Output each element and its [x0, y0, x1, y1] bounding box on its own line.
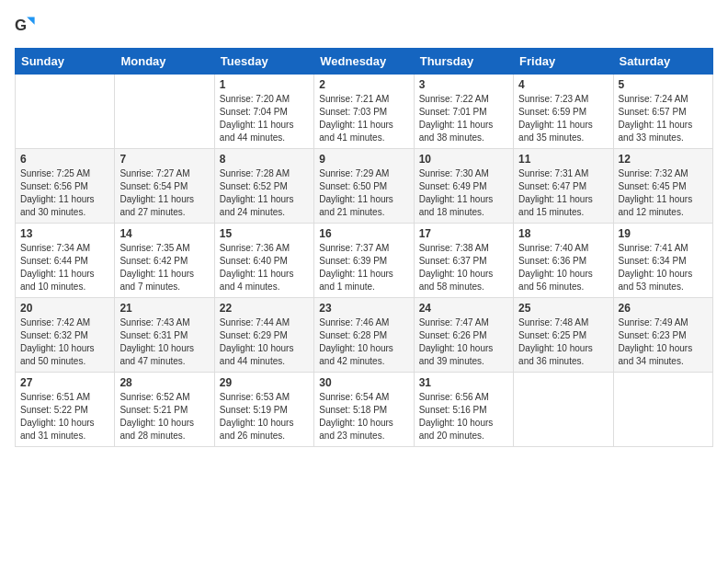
day-info: Sunrise: 6:56 AM Sunset: 5:16 PM Dayligh…	[419, 391, 508, 442]
day-info: Sunrise: 7:36 AM Sunset: 6:40 PM Dayligh…	[220, 242, 309, 293]
day-number: 11	[518, 153, 608, 166]
day-info: Sunrise: 7:35 AM Sunset: 6:42 PM Dayligh…	[119, 242, 209, 293]
calendar-week-row: 13Sunrise: 7:34 AM Sunset: 6:44 PM Dayli…	[16, 224, 713, 298]
calendar-week-row: 27Sunrise: 6:51 AM Sunset: 5:22 PM Dayli…	[16, 373, 713, 447]
day-number: 19	[619, 227, 708, 240]
calendar-cell: 22Sunrise: 7:44 AM Sunset: 6:29 PM Dayli…	[214, 298, 313, 373]
logo-icon: G	[15, 15, 37, 37]
day-number: 27	[20, 376, 109, 389]
day-number: 29	[220, 376, 309, 389]
day-info: Sunrise: 7:21 AM Sunset: 7:03 PM Dayligh…	[319, 93, 408, 144]
day-info: Sunrise: 6:53 AM Sunset: 5:19 PM Dayligh…	[220, 391, 309, 442]
day-number: 14	[119, 227, 209, 240]
day-number: 18	[518, 227, 608, 240]
calendar-week-row: 20Sunrise: 7:42 AM Sunset: 6:32 PM Dayli…	[16, 298, 713, 373]
day-number: 10	[419, 153, 508, 166]
calendar-cell: 24Sunrise: 7:47 AM Sunset: 6:26 PM Dayli…	[414, 298, 513, 373]
day-number: 2	[319, 78, 408, 91]
calendar-week-row: 6Sunrise: 7:25 AM Sunset: 6:56 PM Daylig…	[16, 149, 713, 224]
calendar-cell: 13Sunrise: 7:34 AM Sunset: 6:44 PM Dayli…	[16, 224, 115, 298]
day-number: 25	[518, 302, 608, 315]
calendar-cell: 25Sunrise: 7:48 AM Sunset: 6:25 PM Dayli…	[514, 298, 613, 373]
day-number: 3	[419, 78, 508, 91]
day-number: 15	[220, 227, 309, 240]
calendar-cell: 6Sunrise: 7:25 AM Sunset: 6:56 PM Daylig…	[16, 149, 115, 224]
calendar-cell: 7Sunrise: 7:27 AM Sunset: 6:54 PM Daylig…	[115, 149, 214, 224]
day-number: 5	[619, 78, 708, 91]
day-info: Sunrise: 7:40 AM Sunset: 6:36 PM Dayligh…	[518, 242, 608, 293]
calendar-cell: 31Sunrise: 6:56 AM Sunset: 5:16 PM Dayli…	[414, 373, 513, 447]
day-info: Sunrise: 7:49 AM Sunset: 6:23 PM Dayligh…	[619, 316, 708, 368]
svg-marker-1	[27, 17, 34, 24]
calendar-cell: 11Sunrise: 7:31 AM Sunset: 6:47 PM Dayli…	[514, 149, 613, 224]
day-number: 16	[319, 227, 408, 240]
calendar-cell: 3Sunrise: 7:22 AM Sunset: 7:01 PM Daylig…	[414, 75, 513, 149]
day-info: Sunrise: 7:25 AM Sunset: 6:56 PM Dayligh…	[20, 167, 109, 219]
calendar-cell: 9Sunrise: 7:29 AM Sunset: 6:50 PM Daylig…	[314, 149, 414, 224]
day-number: 22	[220, 302, 309, 315]
day-number: 23	[319, 302, 408, 315]
calendar-cell: 17Sunrise: 7:38 AM Sunset: 6:37 PM Dayli…	[414, 224, 513, 298]
calendar-cell: 19Sunrise: 7:41 AM Sunset: 6:34 PM Dayli…	[613, 224, 712, 298]
logo: G	[15, 15, 40, 37]
calendar-cell: 29Sunrise: 6:53 AM Sunset: 5:19 PM Dayli…	[214, 373, 313, 447]
day-info: Sunrise: 7:32 AM Sunset: 6:45 PM Dayligh…	[619, 167, 708, 219]
calendar-cell: 12Sunrise: 7:32 AM Sunset: 6:45 PM Dayli…	[613, 149, 712, 224]
day-info: Sunrise: 7:31 AM Sunset: 6:47 PM Dayligh…	[518, 167, 608, 219]
weekday-header: Friday	[514, 49, 613, 75]
calendar-header: SundayMondayTuesdayWednesdayThursdayFrid…	[16, 49, 713, 75]
calendar-cell: 27Sunrise: 6:51 AM Sunset: 5:22 PM Dayli…	[16, 373, 115, 447]
day-info: Sunrise: 7:24 AM Sunset: 6:57 PM Dayligh…	[619, 93, 708, 144]
day-number: 26	[619, 302, 708, 315]
day-info: Sunrise: 7:43 AM Sunset: 6:31 PM Dayligh…	[119, 316, 209, 368]
day-info: Sunrise: 7:47 AM Sunset: 6:26 PM Dayligh…	[419, 316, 508, 368]
calendar-cell	[115, 75, 214, 149]
calendar-cell: 18Sunrise: 7:40 AM Sunset: 6:36 PM Dayli…	[514, 224, 613, 298]
day-number: 31	[419, 376, 508, 389]
calendar-cell: 28Sunrise: 6:52 AM Sunset: 5:21 PM Dayli…	[115, 373, 214, 447]
day-info: Sunrise: 7:22 AM Sunset: 7:01 PM Dayligh…	[419, 93, 508, 144]
day-number: 21	[119, 302, 209, 315]
day-info: Sunrise: 7:46 AM Sunset: 6:28 PM Dayligh…	[319, 316, 408, 368]
day-info: Sunrise: 7:28 AM Sunset: 6:52 PM Dayligh…	[220, 167, 309, 219]
day-info: Sunrise: 6:51 AM Sunset: 5:22 PM Dayligh…	[20, 391, 109, 442]
day-number: 7	[119, 153, 209, 166]
day-number: 4	[518, 78, 608, 91]
day-info: Sunrise: 7:37 AM Sunset: 6:39 PM Dayligh…	[319, 242, 408, 293]
calendar-cell: 14Sunrise: 7:35 AM Sunset: 6:42 PM Dayli…	[115, 224, 214, 298]
weekday-header: Monday	[115, 49, 214, 75]
weekday-header: Wednesday	[314, 49, 414, 75]
calendar-cell: 20Sunrise: 7:42 AM Sunset: 6:32 PM Dayli…	[16, 298, 115, 373]
calendar-cell: 16Sunrise: 7:37 AM Sunset: 6:39 PM Dayli…	[314, 224, 414, 298]
calendar-cell: 15Sunrise: 7:36 AM Sunset: 6:40 PM Dayli…	[214, 224, 313, 298]
calendar-table: SundayMondayTuesdayWednesdayThursdayFrid…	[15, 48, 713, 447]
calendar-cell	[613, 373, 712, 447]
calendar-cell: 1Sunrise: 7:20 AM Sunset: 7:04 PM Daylig…	[214, 75, 313, 149]
weekday-header: Thursday	[414, 49, 513, 75]
day-info: Sunrise: 7:48 AM Sunset: 6:25 PM Dayligh…	[518, 316, 608, 368]
calendar-cell: 23Sunrise: 7:46 AM Sunset: 6:28 PM Dayli…	[314, 298, 414, 373]
calendar-cell: 4Sunrise: 7:23 AM Sunset: 6:59 PM Daylig…	[514, 75, 613, 149]
day-info: Sunrise: 6:52 AM Sunset: 5:21 PM Dayligh…	[119, 391, 209, 442]
svg-text:G: G	[15, 17, 27, 34]
weekday-header: Saturday	[613, 49, 712, 75]
day-number: 30	[319, 376, 408, 389]
day-number: 20	[20, 302, 109, 315]
calendar-body: 1Sunrise: 7:20 AM Sunset: 7:04 PM Daylig…	[16, 75, 713, 447]
day-info: Sunrise: 7:44 AM Sunset: 6:29 PM Dayligh…	[220, 316, 309, 368]
day-number: 13	[20, 227, 109, 240]
day-number: 17	[419, 227, 508, 240]
day-number: 9	[319, 153, 408, 166]
day-info: Sunrise: 7:38 AM Sunset: 6:37 PM Dayligh…	[419, 242, 508, 293]
day-info: Sunrise: 7:30 AM Sunset: 6:49 PM Dayligh…	[419, 167, 508, 219]
page-header: G	[15, 15, 713, 37]
calendar-cell	[514, 373, 613, 447]
weekday-row: SundayMondayTuesdayWednesdayThursdayFrid…	[16, 49, 713, 75]
calendar-cell: 30Sunrise: 6:54 AM Sunset: 5:18 PM Dayli…	[314, 373, 414, 447]
day-info: Sunrise: 7:42 AM Sunset: 6:32 PM Dayligh…	[20, 316, 109, 368]
day-info: Sunrise: 7:23 AM Sunset: 6:59 PM Dayligh…	[518, 93, 608, 144]
day-info: Sunrise: 7:34 AM Sunset: 6:44 PM Dayligh…	[20, 242, 109, 293]
calendar-week-row: 1Sunrise: 7:20 AM Sunset: 7:04 PM Daylig…	[16, 75, 713, 149]
weekday-header: Tuesday	[214, 49, 313, 75]
day-number: 28	[119, 376, 209, 389]
